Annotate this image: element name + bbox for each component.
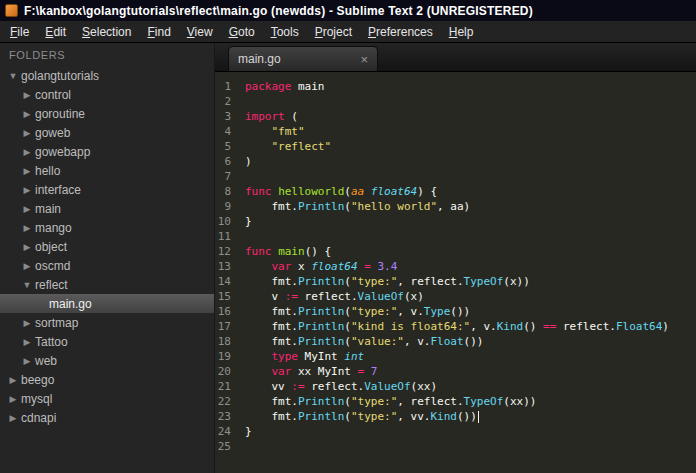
folder-item-cdnapi[interactable]: ▶cdnapi bbox=[0, 408, 214, 427]
chevron-down-icon[interactable]: ▼ bbox=[6, 71, 20, 81]
menu-item-file[interactable]: File bbox=[2, 22, 37, 42]
code-line-3[interactable]: 3import ( bbox=[215, 109, 696, 124]
chevron-right-icon[interactable]: ▶ bbox=[20, 128, 34, 138]
code-line-7[interactable]: 7 bbox=[215, 169, 696, 184]
chevron-right-icon[interactable]: ▶ bbox=[20, 223, 34, 233]
chevron-down-icon[interactable]: ▼ bbox=[20, 280, 34, 290]
code-text: fmt.Println("hello world", aa) bbox=[245, 199, 470, 214]
code-line-20[interactable]: 20 var xx MyInt = 7 bbox=[215, 364, 696, 379]
folder-item-golangtutorials[interactable]: ▼golangtutorials bbox=[0, 66, 214, 85]
code-line-18[interactable]: 18 fmt.Println("value:", v.Float()) bbox=[215, 334, 696, 349]
tree-item-label: web bbox=[34, 354, 57, 368]
tree-item-label: control bbox=[34, 88, 71, 102]
menu-item-selection[interactable]: Selection bbox=[74, 22, 139, 42]
code-area[interactable]: 1package main23import (4 "fmt"5 "reflect… bbox=[215, 72, 696, 473]
folder-item-object[interactable]: ▶object bbox=[0, 237, 214, 256]
menu-item-edit[interactable]: Edit bbox=[37, 22, 74, 42]
tree-item-label: goroutine bbox=[34, 107, 85, 121]
code-text: var xx MyInt = 7 bbox=[245, 364, 377, 379]
code-line-15[interactable]: 15 v := reflect.ValueOf(x) bbox=[215, 289, 696, 304]
menu-item-help[interactable]: Help bbox=[441, 22, 482, 42]
chevron-right-icon[interactable]: ▶ bbox=[20, 109, 34, 119]
menu-item-view[interactable]: View bbox=[179, 22, 221, 42]
tree-item-label: golangtutorials bbox=[20, 69, 99, 83]
folder-item-main[interactable]: ▶main bbox=[0, 199, 214, 218]
menu-item-project[interactable]: Project bbox=[307, 22, 360, 42]
line-number: 21 bbox=[215, 379, 245, 394]
chevron-right-icon[interactable]: ▶ bbox=[20, 204, 34, 214]
code-line-11[interactable]: 11 bbox=[215, 229, 696, 244]
tree-item-label: mysql bbox=[20, 392, 52, 406]
line-number: 4 bbox=[215, 124, 245, 139]
folder-item-oscmd[interactable]: ▶oscmd bbox=[0, 256, 214, 275]
code-line-9[interactable]: 9 fmt.Println("hello world", aa) bbox=[215, 199, 696, 214]
file-item-main.go[interactable]: main.go bbox=[0, 294, 214, 313]
code-line-1[interactable]: 1package main bbox=[215, 79, 696, 94]
tree-item-label: object bbox=[34, 240, 67, 254]
code-text: } bbox=[245, 214, 252, 229]
code-text: fmt.Println("value:", v.Float()) bbox=[245, 334, 483, 349]
chevron-right-icon[interactable]: ▶ bbox=[6, 413, 20, 423]
chevron-right-icon[interactable]: ▶ bbox=[20, 147, 34, 157]
sublime-app-icon bbox=[5, 4, 18, 17]
folder-item-Tattoo[interactable]: ▶Tattoo bbox=[0, 332, 214, 351]
code-line-22[interactable]: 22 fmt.Println("type:", reflect.TypeOf(x… bbox=[215, 394, 696, 409]
tab-main-go[interactable]: main.go × bbox=[228, 46, 378, 71]
code-line-25[interactable]: 25 bbox=[215, 439, 696, 454]
menu-item-find[interactable]: Find bbox=[139, 22, 178, 42]
folder-item-hello[interactable]: ▶hello bbox=[0, 161, 214, 180]
chevron-right-icon[interactable]: ▶ bbox=[20, 337, 34, 347]
code-line-2[interactable]: 2 bbox=[215, 94, 696, 109]
title-bar[interactable]: F:\kanbox\golangtutorials\reflect\main.g… bbox=[0, 0, 696, 21]
folder-item-control[interactable]: ▶control bbox=[0, 85, 214, 104]
folder-item-goroutine[interactable]: ▶goroutine bbox=[0, 104, 214, 123]
folder-item-goweb[interactable]: ▶goweb bbox=[0, 123, 214, 142]
code-line-13[interactable]: 13 var x float64 = 3.4 bbox=[215, 259, 696, 274]
line-number: 12 bbox=[215, 244, 245, 259]
menu-item-preferences[interactable]: Preferences bbox=[360, 22, 441, 42]
code-line-4[interactable]: 4 "fmt" bbox=[215, 124, 696, 139]
code-line-23[interactable]: 23 fmt.Println("type:", vv.Kind()) bbox=[215, 409, 696, 424]
code-text: fmt.Println("kind is float64:", v.Kind()… bbox=[245, 319, 669, 334]
folder-item-beego[interactable]: ▶beego bbox=[0, 370, 214, 389]
code-line-12[interactable]: 12func main() { bbox=[215, 244, 696, 259]
menu-item-tools[interactable]: Tools bbox=[263, 22, 307, 42]
chevron-right-icon[interactable]: ▶ bbox=[20, 90, 34, 100]
code-text: fmt.Println("type:", reflect.TypeOf(xx)) bbox=[245, 394, 536, 409]
folder-item-sortmap[interactable]: ▶sortmap bbox=[0, 313, 214, 332]
folder-item-web[interactable]: ▶web bbox=[0, 351, 214, 370]
chevron-right-icon[interactable]: ▶ bbox=[6, 375, 20, 385]
line-number: 9 bbox=[215, 199, 245, 214]
code-line-14[interactable]: 14 fmt.Println("type:", reflect.TypeOf(x… bbox=[215, 274, 696, 289]
folder-item-interface[interactable]: ▶interface bbox=[0, 180, 214, 199]
folder-item-reflect[interactable]: ▼reflect bbox=[0, 275, 214, 294]
menu-item-goto[interactable]: Goto bbox=[221, 22, 263, 42]
folder-item-mysql[interactable]: ▶mysql bbox=[0, 389, 214, 408]
code-line-5[interactable]: 5 "reflect" bbox=[215, 139, 696, 154]
code-line-10[interactable]: 10} bbox=[215, 214, 696, 229]
chevron-right-icon[interactable]: ▶ bbox=[20, 242, 34, 252]
line-number: 1 bbox=[215, 79, 245, 94]
code-line-17[interactable]: 17 fmt.Println("kind is float64:", v.Kin… bbox=[215, 319, 696, 334]
code-line-19[interactable]: 19 type MyInt int bbox=[215, 349, 696, 364]
code-line-6[interactable]: 6) bbox=[215, 154, 696, 169]
code-line-24[interactable]: 24} bbox=[215, 424, 696, 439]
chevron-right-icon[interactable]: ▶ bbox=[6, 394, 20, 404]
code-line-16[interactable]: 16 fmt.Println("type:", v.Type()) bbox=[215, 304, 696, 319]
tab-bar: main.go × bbox=[215, 43, 696, 72]
chevron-right-icon[interactable]: ▶ bbox=[20, 261, 34, 271]
line-number: 8 bbox=[215, 184, 245, 199]
window-title: F:\kanbox\golangtutorials\reflect\main.g… bbox=[24, 4, 533, 18]
folder-item-mango[interactable]: ▶mango bbox=[0, 218, 214, 237]
code-line-21[interactable]: 21 vv := reflect.ValueOf(xx) bbox=[215, 379, 696, 394]
code-line-8[interactable]: 8func helloworld(aa float64) { bbox=[215, 184, 696, 199]
tree-item-label: Tattoo bbox=[34, 335, 68, 349]
folder-item-gowebapp[interactable]: ▶gowebapp bbox=[0, 142, 214, 161]
line-number: 17 bbox=[215, 319, 245, 334]
code-text: fmt.Println("type:", vv.Kind()) bbox=[245, 409, 479, 424]
chevron-right-icon[interactable]: ▶ bbox=[20, 166, 34, 176]
tab-close-icon[interactable]: × bbox=[360, 53, 368, 66]
chevron-right-icon[interactable]: ▶ bbox=[20, 356, 34, 366]
chevron-right-icon[interactable]: ▶ bbox=[20, 185, 34, 195]
chevron-right-icon[interactable]: ▶ bbox=[20, 318, 34, 328]
